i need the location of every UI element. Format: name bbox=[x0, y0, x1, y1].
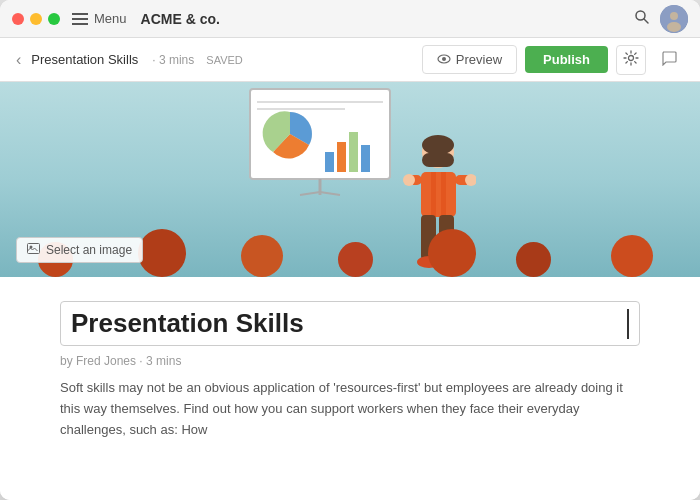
avatar[interactable] bbox=[660, 5, 688, 33]
audience-head bbox=[338, 242, 373, 277]
toolbar: ‹ Presentation Skills · 3 mins SAVED Pre… bbox=[0, 38, 700, 82]
title-cursor bbox=[627, 309, 629, 339]
article-title-input[interactable]: Presentation Skills bbox=[71, 308, 626, 339]
svg-rect-23 bbox=[431, 172, 436, 217]
toolbar-actions: Preview Publish bbox=[422, 45, 684, 75]
svg-point-6 bbox=[442, 57, 446, 61]
app-window: Menu ACME & co. ‹ Presentation bbox=[0, 0, 700, 500]
maximize-button[interactable] bbox=[48, 13, 60, 25]
svg-point-3 bbox=[670, 12, 678, 20]
hero-image-area: Select an image bbox=[0, 82, 700, 277]
svg-rect-22 bbox=[421, 172, 456, 217]
image-icon bbox=[27, 243, 40, 257]
comment-icon bbox=[661, 50, 677, 70]
menu-label[interactable]: Menu bbox=[94, 11, 127, 26]
eye-icon bbox=[437, 52, 451, 67]
svg-point-7 bbox=[629, 56, 634, 61]
audience-head bbox=[611, 235, 653, 277]
back-chevron-icon: ‹ bbox=[16, 51, 21, 69]
window-controls bbox=[12, 13, 60, 25]
saved-badge: SAVED bbox=[206, 54, 242, 66]
select-image-label: Select an image bbox=[46, 243, 132, 257]
article-meta: by Fred Jones · 3 mins bbox=[60, 354, 640, 368]
minimize-button[interactable] bbox=[30, 13, 42, 25]
hamburger-icon[interactable] bbox=[72, 13, 88, 25]
article-title-wrapper[interactable]: Presentation Skills bbox=[60, 301, 640, 346]
back-button[interactable]: ‹ bbox=[16, 51, 21, 69]
content-area: Presentation Skills by Fred Jones · 3 mi… bbox=[0, 277, 700, 500]
svg-line-15 bbox=[300, 192, 320, 195]
comment-button[interactable] bbox=[654, 45, 684, 75]
menu-area: Menu ACME & co. bbox=[72, 11, 634, 27]
svg-rect-13 bbox=[361, 145, 370, 172]
preview-label: Preview bbox=[456, 52, 502, 67]
whiteboard-illustration bbox=[245, 87, 395, 197]
select-image-button[interactable]: Select an image bbox=[16, 237, 143, 263]
audience-head bbox=[241, 235, 283, 277]
article-body: Soft skills may not be an obvious applic… bbox=[60, 378, 640, 440]
breadcrumb-meta: · 3 mins bbox=[152, 53, 194, 67]
audience-head bbox=[138, 229, 186, 277]
settings-button[interactable] bbox=[616, 45, 646, 75]
svg-rect-21 bbox=[422, 153, 454, 167]
svg-point-27 bbox=[403, 174, 415, 186]
settings-icon bbox=[623, 50, 639, 69]
title-bar-right bbox=[634, 5, 688, 33]
svg-rect-10 bbox=[325, 152, 334, 172]
app-name: ACME & co. bbox=[141, 11, 220, 27]
title-bar: Menu ACME & co. bbox=[0, 0, 700, 38]
svg-rect-24 bbox=[441, 172, 446, 217]
publish-button[interactable]: Publish bbox=[525, 46, 608, 73]
svg-point-20 bbox=[422, 135, 454, 155]
preview-button[interactable]: Preview bbox=[422, 45, 517, 74]
search-icon[interactable] bbox=[634, 9, 650, 29]
svg-rect-11 bbox=[337, 142, 346, 172]
close-button[interactable] bbox=[12, 13, 24, 25]
svg-point-4 bbox=[667, 22, 681, 32]
breadcrumb-title: Presentation Skills bbox=[31, 52, 138, 67]
svg-rect-12 bbox=[349, 132, 358, 172]
audience-head bbox=[516, 242, 551, 277]
svg-line-16 bbox=[320, 192, 340, 195]
svg-line-1 bbox=[644, 19, 648, 23]
audience-head bbox=[428, 229, 476, 277]
